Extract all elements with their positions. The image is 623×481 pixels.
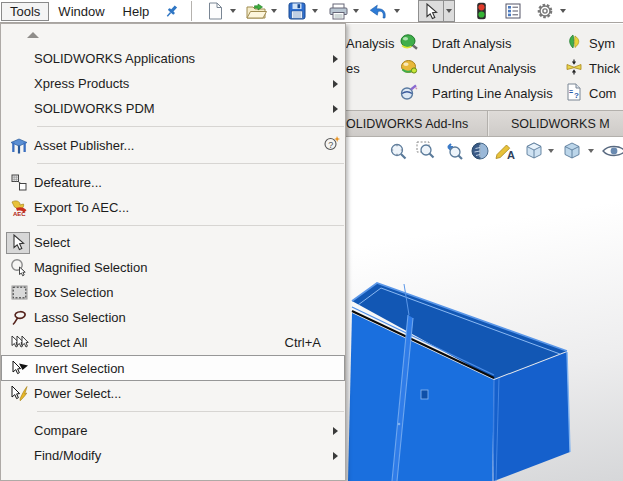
menu-item-magnified-selection[interactable]: Magnified Selection bbox=[1, 255, 345, 280]
menu-item-xpress-products[interactable]: Xpress Products bbox=[1, 71, 345, 96]
menu-item-select[interactable]: Select bbox=[1, 230, 345, 255]
scroll-up-arrow-icon bbox=[27, 32, 39, 38]
open-button[interactable] bbox=[244, 1, 277, 21]
properties-button[interactable] bbox=[501, 1, 525, 21]
thickness-analysis-icon[interactable] bbox=[563, 57, 585, 77]
tab-solidworks-mbd[interactable]: SOLIDWORKS M bbox=[488, 111, 623, 136]
menu-item-label: Xpress Products bbox=[34, 76, 129, 91]
toolbar-button-undercut-analysis[interactable]: Undercut Analysis bbox=[432, 61, 536, 76]
menu-tools[interactable]: Tools bbox=[1, 2, 49, 21]
menu-item-box-selection[interactable]: Box Selection bbox=[1, 280, 345, 305]
annotation-views-icon[interactable]: A bbox=[494, 140, 518, 162]
draft-analysis-icon[interactable] bbox=[398, 32, 420, 52]
compare-document-icon[interactable]: =? bbox=[563, 82, 585, 102]
select-cursor-icon bbox=[6, 232, 30, 254]
performance-evaluation-button[interactable] bbox=[469, 1, 493, 21]
solidworks-window: A Analysis es Draft Analysis Undercut An… bbox=[0, 0, 623, 481]
menu-item-label: SOLIDWORKS PDM bbox=[34, 101, 155, 116]
dropdown-caret-icon[interactable] bbox=[312, 9, 318, 13]
asset-publisher-icon bbox=[6, 135, 32, 157]
menu-item-select-all[interactable]: Select All Ctrl+A bbox=[1, 330, 345, 355]
view-orientation-caret-icon[interactable] bbox=[548, 149, 554, 153]
undo-button[interactable] bbox=[367, 1, 400, 21]
menu-separator bbox=[1, 121, 345, 133]
menu-item-compare[interactable]: Compare bbox=[1, 418, 345, 443]
parting-line-analysis-icon[interactable] bbox=[398, 82, 420, 102]
help-badge-icon[interactable]: ? bbox=[323, 135, 341, 154]
svg-text:A: A bbox=[507, 149, 515, 161]
menu-item-label: Find/Modify bbox=[34, 448, 101, 463]
dropdown-caret-icon[interactable] bbox=[230, 9, 236, 13]
print-button[interactable] bbox=[326, 1, 359, 21]
toolbar-button-draft-analysis[interactable]: Draft Analysis bbox=[432, 36, 511, 51]
dropdown-caret-icon bbox=[446, 9, 452, 13]
select-button[interactable] bbox=[418, 0, 455, 22]
menu-item-export-to-aec[interactable]: AEC Export To AEC... bbox=[1, 195, 345, 220]
magnified-selection-icon bbox=[6, 257, 32, 279]
save-icon bbox=[285, 1, 309, 21]
toolbar-button-compare-documents[interactable]: Com bbox=[589, 86, 616, 101]
menu-item-label: Select All bbox=[34, 335, 87, 350]
menubar: Tools Window Help bbox=[0, 0, 623, 23]
undo-icon bbox=[367, 1, 391, 21]
dropdown-caret-icon[interactable] bbox=[271, 9, 277, 13]
menu-item-label: Export To AEC... bbox=[34, 200, 129, 215]
options-button[interactable] bbox=[533, 1, 566, 21]
dropdown-caret-icon[interactable] bbox=[353, 9, 359, 13]
menu-item-label: Compare bbox=[34, 423, 87, 438]
toolbar-button-thickness-analysis[interactable]: Thick bbox=[589, 61, 620, 76]
zoom-to-fit-icon[interactable] bbox=[386, 140, 410, 162]
menu-item-asset-publisher[interactable]: Asset Publisher... ? bbox=[1, 133, 345, 158]
hide-show-items-icon[interactable] bbox=[601, 140, 623, 162]
menu-item-solidworks-applications[interactable]: SOLIDWORKS Applications bbox=[1, 46, 345, 71]
menu-item-partial[interactable]: Design Check bbox=[1, 468, 345, 481]
menu-item-power-select[interactable]: Power Select... bbox=[1, 381, 345, 406]
select-dropdown[interactable] bbox=[443, 1, 454, 21]
lasso-selection-icon bbox=[6, 307, 32, 329]
zoom-to-area-icon[interactable] bbox=[414, 140, 438, 162]
partial-toolbar-label[interactable]: es bbox=[346, 61, 360, 76]
power-select-icon bbox=[6, 383, 32, 405]
menu-item-solidworks-pdm[interactable]: SOLIDWORKS PDM bbox=[1, 96, 345, 121]
traffic-light-icon bbox=[469, 1, 493, 21]
display-style-caret-icon[interactable] bbox=[588, 149, 594, 153]
invert-selection-icon bbox=[7, 357, 33, 379]
menu-item-defeature[interactable]: Defeature... bbox=[1, 170, 345, 195]
submenu-arrow-icon bbox=[333, 80, 338, 88]
menu-item-invert-selection[interactable]: Invert Selection bbox=[1, 355, 345, 381]
menu-help[interactable]: Help bbox=[114, 2, 159, 21]
display-style-icon[interactable] bbox=[560, 140, 584, 162]
previous-view-icon[interactable] bbox=[441, 140, 465, 162]
menu-window[interactable]: Window bbox=[49, 2, 113, 21]
menu-scroll-up[interactable] bbox=[1, 24, 345, 46]
symmetry-check-icon[interactable] bbox=[563, 32, 585, 52]
new-document-button[interactable] bbox=[203, 1, 236, 21]
menu-item-shortcut: Ctrl+A bbox=[285, 335, 321, 350]
toolbar-button-parting-line-analysis[interactable]: Parting Line Analysis bbox=[432, 86, 553, 101]
partial-toolbar-label[interactable]: Analysis bbox=[346, 36, 394, 51]
dropdown-caret-icon[interactable] bbox=[394, 9, 400, 13]
menu-separator bbox=[1, 220, 345, 230]
submenu-arrow-icon bbox=[333, 427, 338, 435]
svg-text:AEC: AEC bbox=[13, 211, 26, 217]
toolbar-button-symmetry-check[interactable]: Sym bbox=[589, 36, 615, 51]
toolbar-separator bbox=[191, 1, 192, 21]
open-icon bbox=[244, 1, 268, 21]
dropdown-caret-icon[interactable] bbox=[560, 9, 566, 13]
menu-item-find-modify[interactable]: Find/Modify bbox=[1, 443, 345, 468]
submenu-arrow-icon bbox=[333, 55, 338, 63]
submenu-arrow-icon bbox=[333, 452, 338, 460]
menu-separator bbox=[1, 158, 345, 170]
section-view-icon[interactable] bbox=[468, 140, 492, 162]
select-cursor-icon bbox=[419, 1, 443, 21]
save-button[interactable] bbox=[285, 1, 318, 21]
svg-text:?: ? bbox=[328, 140, 333, 150]
menu-item-label: Lasso Selection bbox=[34, 310, 126, 325]
undercut-analysis-icon[interactable] bbox=[398, 57, 420, 77]
submenu-arrow-icon bbox=[333, 105, 338, 113]
menu-item-lasso-selection[interactable]: Lasso Selection bbox=[1, 305, 345, 330]
svg-text:?: ? bbox=[574, 91, 579, 100]
box-selection-icon bbox=[6, 282, 32, 304]
pin-icon[interactable] bbox=[164, 4, 179, 19]
view-orientation-icon[interactable] bbox=[522, 140, 546, 162]
